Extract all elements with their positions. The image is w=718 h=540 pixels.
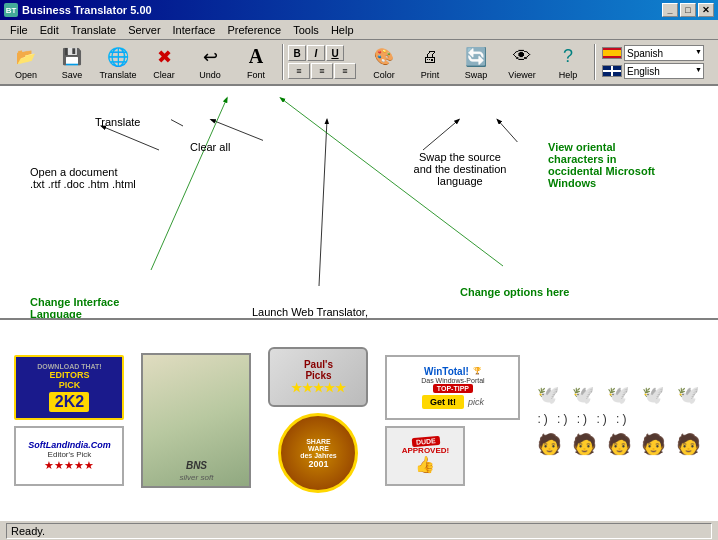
- dest-language-select[interactable]: English French German Italian Spanish: [624, 63, 704, 79]
- italic-button[interactable]: I: [307, 45, 325, 61]
- menu-server[interactable]: Server: [122, 22, 166, 38]
- app-icon: BT: [4, 3, 18, 17]
- save-button[interactable]: 💾 Save: [50, 42, 94, 82]
- status-bar: Ready.: [0, 520, 718, 540]
- title-bar: BT Business Translator 5.00 _ □ ✕: [0, 0, 718, 20]
- badges-col-4: WinTotal! 🏆 Das Windows-Portal TOP-TIPP …: [385, 355, 520, 486]
- source-lang-row: Spanish French German Italian English: [602, 45, 704, 61]
- bns-badge: BNS silver soft: [141, 353, 251, 488]
- print-button[interactable]: 🖨 Print: [408, 42, 452, 82]
- pauls-picks-badge: Paul's Picks ★★★★★: [268, 347, 368, 407]
- window-title: Business Translator 5.00: [22, 4, 152, 16]
- separator-2: [594, 44, 596, 80]
- bold-button[interactable]: B: [288, 45, 306, 61]
- badges-col-1: DOWNLOAD THAT! EDITORS PICK 2K2 SoftLand…: [14, 355, 124, 486]
- badges-col-5: 🕊️ 🕊️ 🕊️ 🕊️ 🕊️ :) :) :) :) :) 🧑 🧑 🧑 🧑 🧑: [537, 384, 703, 456]
- translate-label: Translate: [99, 70, 136, 80]
- spanish-flag: [602, 47, 622, 59]
- avatars-decoration: 🧑 🧑 🧑 🧑 🧑: [537, 432, 703, 456]
- help-label: Help: [559, 70, 578, 80]
- save-label: Save: [62, 70, 83, 80]
- svg-line-2: [211, 120, 263, 141]
- align-left-button[interactable]: ≡: [288, 63, 310, 79]
- open-label: Open: [15, 70, 37, 80]
- svg-line-1: [171, 120, 183, 126]
- status-text: Ready.: [11, 525, 45, 537]
- minimize-button[interactable]: _: [662, 3, 678, 17]
- menu-tools[interactable]: Tools: [287, 22, 325, 38]
- birds-decoration: 🕊️ 🕊️ 🕊️ 🕊️ 🕊️: [537, 384, 703, 406]
- language-selectors: Spanish French German Italian English En…: [602, 45, 704, 79]
- save-icon: 💾: [60, 45, 84, 69]
- english-flag: [602, 65, 622, 77]
- color-icon: 🎨: [372, 45, 396, 69]
- menu-file[interactable]: File: [4, 22, 34, 38]
- color-label: Color: [373, 70, 395, 80]
- menu-interface[interactable]: Interface: [167, 22, 222, 38]
- menu-translate[interactable]: Translate: [65, 22, 122, 38]
- undo-label: Undo: [199, 70, 221, 80]
- viewer-annotation: View orientalcharacters inoccidental Mic…: [548, 141, 693, 189]
- align-center-button[interactable]: ≡: [311, 63, 333, 79]
- help-icon: ?: [556, 45, 580, 69]
- badges-area: DOWNLOAD THAT! EDITORS PICK 2K2 SoftLand…: [0, 320, 718, 520]
- underline-button[interactable]: U: [326, 45, 344, 61]
- font-button[interactable]: A Font: [234, 42, 278, 82]
- text-format-row: B I U: [288, 45, 356, 61]
- toolbar: 📂 Open 💾 Save 🌐 Translate ✖ Clear ↩ Undo…: [0, 40, 718, 86]
- undo-icon: ↩: [198, 45, 222, 69]
- print-icon: 🖨: [418, 45, 442, 69]
- help-diagram: Open a document.txt .rtf .doc .htm .html…: [0, 86, 718, 320]
- align-right-button[interactable]: ≡: [334, 63, 356, 79]
- format-cluster: B I U ≡ ≡ ≡: [288, 45, 356, 79]
- open-icon: 📂: [14, 45, 38, 69]
- svg-line-0: [101, 126, 159, 150]
- svg-line-4: [497, 120, 517, 142]
- dude-approved-badge: DUDE APPROVED! 👍: [385, 426, 465, 486]
- font-label: Font: [247, 70, 265, 80]
- maximize-button[interactable]: □: [680, 3, 696, 17]
- change-options-annotation: Change options here: [460, 286, 569, 298]
- translate-button[interactable]: 🌐 Translate: [96, 42, 140, 82]
- launch-web-annotation: Launch Web Translator,Magic Dictionary, …: [200, 306, 420, 320]
- separator-1: [282, 44, 284, 80]
- clear-icon: ✖: [152, 45, 176, 69]
- editors-pick-badge: DOWNLOAD THAT! EDITORS PICK 2K2: [14, 355, 124, 420]
- clear-button[interactable]: ✖ Clear: [142, 42, 186, 82]
- main-content: Open a document.txt .rtf .doc .htm .html…: [0, 86, 718, 520]
- wintotal-badge: WinTotal! 🏆 Das Windows-Portal TOP-TIPP …: [385, 355, 520, 420]
- dest-lang-wrapper: English French German Italian Spanish: [624, 63, 704, 79]
- open-doc-annotation: Open a document.txt .rtf .doc .htm .html: [30, 166, 190, 190]
- status-panel: Ready.: [6, 523, 712, 539]
- clear-all-annotation: Clear all: [190, 141, 230, 153]
- shareware-badge: SHARE WARE des Jahres 2001: [278, 413, 358, 493]
- undo-button[interactable]: ↩ Undo: [188, 42, 232, 82]
- color-button[interactable]: 🎨 Color: [362, 42, 406, 82]
- help-button[interactable]: ? Help: [546, 42, 590, 82]
- swap-button[interactable]: 🔄 Swap: [454, 42, 498, 82]
- print-label: Print: [421, 70, 440, 80]
- translate-annotation: Translate: [95, 116, 140, 128]
- menu-edit[interactable]: Edit: [34, 22, 65, 38]
- close-button[interactable]: ✕: [698, 3, 714, 17]
- source-lang-wrapper: Spanish French German Italian English: [624, 45, 704, 61]
- change-interface-annotation: Change InterfaceLanguage: [30, 296, 180, 320]
- badges-col-3: Paul's Picks ★★★★★ SHARE WARE des Jahres…: [268, 347, 368, 493]
- smileys-decoration: :) :) :) :) :): [537, 412, 703, 426]
- swap-icon: 🔄: [464, 45, 488, 69]
- viewer-icon: 👁: [510, 45, 534, 69]
- menu-help[interactable]: Help: [325, 22, 360, 38]
- softland-badge: SoftLandIndia.Com Editor's Pick ★★★★★: [14, 426, 124, 486]
- font-icon: A: [244, 45, 268, 69]
- menu-bar: File Edit Translate Server Interface Pre…: [0, 20, 718, 40]
- align-row: ≡ ≡ ≡: [288, 63, 356, 79]
- dest-lang-row: English French German Italian Spanish: [602, 63, 704, 79]
- source-language-select[interactable]: Spanish French German Italian English: [624, 45, 704, 61]
- open-button[interactable]: 📂 Open: [4, 42, 48, 82]
- menu-preference[interactable]: Preference: [221, 22, 287, 38]
- clear-label: Clear: [153, 70, 175, 80]
- swap-label: Swap: [465, 70, 488, 80]
- svg-line-6: [319, 120, 327, 286]
- translate-icon: 🌐: [106, 45, 130, 69]
- viewer-button[interactable]: 👁 Viewer: [500, 42, 544, 82]
